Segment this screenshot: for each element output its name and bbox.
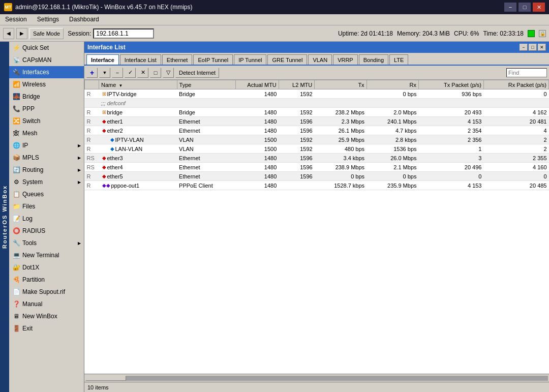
session-input[interactable] [93, 28, 154, 39]
manual-icon: ❓ [12, 300, 20, 308]
sidebar-item-mpls[interactable]: 📦MPLS▶ [9, 152, 84, 164]
sidebar-item-routing[interactable]: 🔄Routing▶ [9, 164, 84, 176]
cell-name: ⊞bridge [99, 108, 177, 117]
sidebar-item-wireless[interactable]: 📶Wireless [9, 78, 84, 91]
table-row[interactable]: R⊞bridgeBridge14801592238.2 Mbps2.0 Mbps… [85, 108, 549, 117]
tab-vlan[interactable]: VLAN [308, 54, 332, 65]
window-close-button[interactable]: ✕ [538, 44, 546, 51]
sidebar-item-mesh[interactable]: 🕸Mesh [9, 127, 84, 139]
scroll-thumb[interactable] [85, 376, 126, 381]
cell-tx: 3.4 kbps [315, 154, 367, 163]
tab-gre-tunnel[interactable]: GRE Tunnel [267, 54, 307, 65]
sidebar-item-make-supout[interactable]: 📄Make Supout.rif [9, 286, 84, 298]
sidebar-item-ip[interactable]: 🌐IP▶ [9, 139, 84, 152]
cell-l2mtu: 1596 [279, 117, 314, 126]
col-header-tx[interactable]: Tx [315, 80, 367, 89]
maximize-button[interactable]: □ [518, 3, 531, 12]
disable-button[interactable]: ✕ [137, 68, 148, 78]
sidebar-item-log[interactable]: 📝Log [9, 213, 84, 225]
cell-tx [315, 89, 367, 99]
col-header-rx-packet[interactable]: Rx Packet (p/s) [483, 80, 548, 89]
main-toolbar: ◀ ▶ Safe Mode Session: Uptime: 2d 01:41:… [0, 25, 549, 42]
tab-ip-tunnel[interactable]: IP Tunnel [234, 54, 266, 65]
table-row[interactable]: R⊞IPTV-bridgeBridge148015920 bps936 bps0 [85, 89, 549, 99]
sidebar-item-new-winbox[interactable]: 🖥New WinBox [9, 310, 84, 322]
back-button[interactable]: ◀ [3, 28, 14, 39]
table-row[interactable]: R◆IPTV-VLANVLAN1500159225.9 Mbps2.8 kbps… [85, 135, 549, 144]
detect-internet-button[interactable]: Detect Internet [175, 68, 219, 78]
ppp-icon: 📞 [12, 105, 20, 113]
tab-ethernet[interactable]: Ethernet [162, 54, 193, 65]
horizontal-scrollbar[interactable] [84, 374, 549, 382]
filter-button[interactable]: ▽ [163, 68, 174, 78]
cell-rx-packet: 2 [483, 135, 548, 144]
cell-name: ◆IPTV-VLAN [99, 135, 177, 144]
sidebar-item-quick-set[interactable]: ⚡Quick Set [9, 42, 84, 54]
add-button[interactable]: + [86, 68, 98, 78]
table-row[interactable]: RS◆ether3Ethernet148015963.4 kbps26.0 Mb… [85, 154, 549, 163]
col-header-flags[interactable] [85, 80, 99, 89]
find-input[interactable] [506, 68, 547, 77]
sidebar-item-tools[interactable]: 🔧Tools▶ [9, 237, 84, 249]
tab-bonding[interactable]: Bonding [359, 54, 388, 65]
sidebar-item-switch[interactable]: 🔀Switch [9, 115, 84, 127]
cell-flags: R [85, 89, 99, 99]
tab-vrrp[interactable]: VRRP [333, 54, 358, 65]
col-header-type[interactable]: Type [177, 80, 235, 89]
sidebar-item-capsman[interactable]: 📡CAPsMAN [9, 54, 84, 66]
col-header-tx-packet[interactable]: Tx Packet (p/s) [419, 80, 484, 89]
mesh-icon: 🕸 [12, 129, 20, 137]
tab-interface[interactable]: Interface [86, 54, 119, 65]
table-row[interactable]: R◆ether5Ethernet148015960 bps0 bps00 [85, 172, 549, 181]
menu-item-dashboard[interactable]: Dashboard [66, 15, 102, 24]
sidebar-item-queues[interactable]: 📋Queues [9, 188, 84, 200]
cell-tx: 480 bps [315, 144, 367, 154]
tab-lte[interactable]: LTE [389, 54, 408, 65]
cell-tx-packet: 3 [419, 154, 484, 163]
table-row[interactable]: R◆LAN-VLANVLAN15001592480 bps1536 bps12 [85, 144, 549, 154]
table-row[interactable]: R◆ether1Ethernet148015962.3 Mbps240.1 Mb… [85, 117, 549, 126]
menu-item-session[interactable]: Session [2, 15, 30, 24]
sidebar-item-system[interactable]: ⚙System▶ [9, 176, 84, 188]
col-header-rx[interactable]: Rx [367, 80, 418, 89]
tabs-bar: InterfaceInterface ListEthernetEoIP Tunn… [84, 53, 549, 66]
scroll-track[interactable] [85, 376, 548, 381]
enable-button[interactable]: ✓ [125, 68, 136, 78]
window-maximize-button[interactable]: □ [529, 44, 537, 51]
forward-button[interactable]: ▶ [16, 28, 27, 39]
close-button[interactable]: ✕ [533, 3, 545, 12]
sidebar-item-interfaces[interactable]: 🔌Interfaces [9, 66, 84, 78]
window-minimize-button[interactable]: − [520, 44, 528, 51]
cell-rx: 2.8 kbps [367, 135, 418, 144]
sidebar-item-manual[interactable]: ❓Manual [9, 298, 84, 310]
cell-type: Ethernet [177, 172, 235, 181]
sidebar-item-ppp[interactable]: 📞PPP [9, 103, 84, 115]
remove-button[interactable]: − [112, 68, 123, 78]
menu-item-settings[interactable]: Settings [34, 15, 62, 24]
safe-mode-button[interactable]: Safe Mode [29, 28, 64, 39]
minimize-button[interactable]: − [504, 3, 516, 12]
sidebar-item-new-terminal[interactable]: 💻New Terminal [9, 249, 84, 261]
col-header-actual-mtu[interactable]: Actual MTU [235, 80, 279, 89]
tab-interface-list[interactable]: Interface List [120, 54, 161, 65]
sidebar-item-bridge[interactable]: 🌉Bridge [9, 91, 84, 103]
table-row[interactable]: ;;; defconf [85, 99, 549, 108]
sidebar-label-mesh: Mesh [22, 130, 37, 137]
table-row[interactable]: R◆◆pppoe-out1PPPoE Client14801528.7 kbps… [85, 181, 549, 190]
col-header-name[interactable]: Name ▼ [99, 80, 177, 89]
sidebar-item-files[interactable]: 📁Files [9, 200, 84, 213]
mpls-icon: 📦 [12, 154, 20, 162]
copy-button[interactable]: □ [150, 68, 161, 78]
tab-eoip-tunnel[interactable]: EoIP Tunnel [193, 54, 233, 65]
add-dropdown-button[interactable]: ▼ [99, 68, 110, 78]
col-header-l2mtu[interactable]: L2 MTU [279, 80, 314, 89]
sidebar-item-partition[interactable]: 🍕Partition [9, 274, 84, 286]
sidebar-label-exit: Exit [22, 325, 33, 332]
sidebar-item-exit[interactable]: 🚪Exit [9, 322, 84, 335]
cpu-display: CPU: 6% [454, 30, 479, 37]
sidebar-item-dot1x[interactable]: 🔐Dot1X [9, 261, 84, 274]
table-row[interactable]: RS◆ether4Ethernet14801596238.9 Mbps2.1 M… [85, 163, 549, 172]
lock-indicator: 🔒 [539, 30, 546, 37]
table-row[interactable]: R◆ether2Ethernet1480159626.1 Mbps4.7 kbp… [85, 126, 549, 135]
sidebar-item-radius[interactable]: ⭕RADIUS [9, 225, 84, 237]
